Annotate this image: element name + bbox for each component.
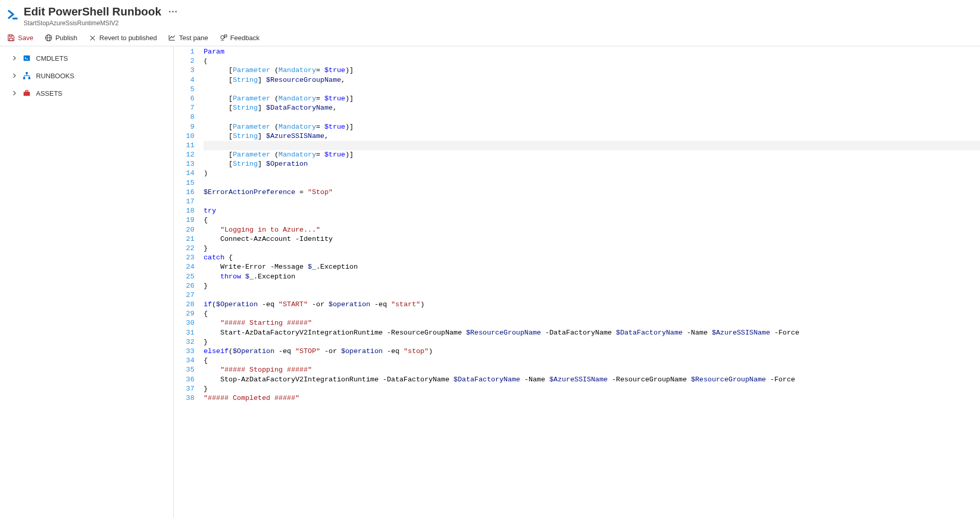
chevron-right-icon bbox=[11, 73, 17, 79]
code-line[interactable] bbox=[204, 141, 980, 150]
code-line[interactable]: [Parameter (Mandatory= $true)] bbox=[204, 66, 980, 75]
page-title: Edit PowerShell Runbook ··· bbox=[24, 5, 178, 19]
svg-rect-11 bbox=[26, 72, 28, 74]
assets-icon bbox=[23, 89, 31, 97]
more-icon[interactable]: ··· bbox=[169, 7, 178, 17]
code-line[interactable]: "##### Completed #####" bbox=[204, 394, 980, 403]
code-editor[interactable]: 1234567891011121314151617181920212223242… bbox=[174, 46, 980, 518]
code-line[interactable]: [String] $Operation bbox=[204, 160, 980, 169]
svg-rect-9 bbox=[24, 56, 30, 61]
code-line[interactable] bbox=[204, 197, 980, 206]
code-line[interactable]: { bbox=[204, 309, 980, 319]
svg-rect-19 bbox=[25, 91, 28, 92]
close-icon bbox=[88, 34, 96, 42]
svg-rect-12 bbox=[23, 77, 25, 79]
page-title-text: Edit PowerShell Runbook bbox=[24, 5, 161, 19]
feedback-button[interactable]: Feedback bbox=[220, 34, 260, 42]
svg-rect-18 bbox=[24, 92, 30, 96]
revert-label: Revert to published bbox=[99, 34, 157, 42]
code-line[interactable]: catch { bbox=[204, 253, 980, 262]
cmdlets-icon bbox=[23, 54, 31, 62]
code-line[interactable]: [String] $DataFactoryName, bbox=[204, 103, 980, 113]
code-line[interactable]: "Logging in to Azure..." bbox=[204, 225, 980, 235]
publish-label: Publish bbox=[56, 34, 78, 42]
code-line[interactable] bbox=[204, 291, 980, 300]
svg-point-8 bbox=[221, 36, 224, 39]
code-line[interactable]: [String] $AzureSSISName, bbox=[204, 132, 980, 141]
code-area[interactable]: Param( [Parameter (Mandatory= $true)] [S… bbox=[204, 47, 980, 518]
page-subtitle: StartStopAzureSsisRuntimeMSIV2 bbox=[24, 20, 178, 27]
code-line[interactable]: [Parameter (Mandatory= $true)] bbox=[204, 122, 980, 132]
code-line[interactable]: Write-Error -Message $_.Exception bbox=[204, 262, 980, 272]
save-button[interactable]: Save bbox=[7, 34, 33, 42]
code-line[interactable]: ) bbox=[204, 169, 980, 178]
sidebar: CMDLETS RUNBOOKS bbox=[0, 46, 174, 518]
code-line[interactable]: "##### Starting #####" bbox=[204, 319, 980, 328]
test-pane-button[interactable]: Test pane bbox=[168, 34, 208, 42]
main-area: CMDLETS RUNBOOKS bbox=[0, 46, 980, 518]
code-line[interactable] bbox=[204, 113, 980, 122]
code-line[interactable]: "##### Stopping #####" bbox=[204, 365, 980, 375]
code-line[interactable]: try bbox=[204, 206, 980, 216]
feedback-label: Feedback bbox=[230, 34, 260, 42]
test-pane-label: Test pane bbox=[179, 34, 208, 42]
svg-rect-1 bbox=[10, 35, 12, 37]
code-line[interactable]: throw $_.Exception bbox=[204, 272, 980, 282]
revert-button[interactable]: Revert to published bbox=[88, 34, 157, 42]
code-line[interactable]: { bbox=[204, 216, 980, 225]
code-line[interactable]: [Parameter (Mandatory= $true)] bbox=[204, 150, 980, 160]
code-line[interactable]: $ErrorActionPreference = "Stop" bbox=[204, 188, 980, 197]
code-line[interactable]: Start-AzDataFactoryV2IntegrationRuntime … bbox=[204, 328, 980, 338]
svg-rect-2 bbox=[9, 38, 13, 41]
save-icon bbox=[7, 34, 15, 42]
line-gutter: 1234567891011121314151617181920212223242… bbox=[174, 47, 204, 518]
sidebar-item-assets[interactable]: ASSETS bbox=[0, 84, 173, 102]
runbooks-icon bbox=[23, 72, 31, 80]
code-line[interactable] bbox=[204, 85, 980, 94]
sidebar-item-label: RUNBOOKS bbox=[36, 72, 74, 80]
sidebar-item-label: ASSETS bbox=[36, 90, 62, 97]
sidebar-item-runbooks[interactable]: RUNBOOKS bbox=[0, 67, 173, 84]
powershell-icon bbox=[5, 7, 20, 22]
publish-button[interactable]: Publish bbox=[45, 34, 78, 42]
chart-icon bbox=[168, 34, 176, 42]
chevron-right-icon bbox=[11, 55, 17, 61]
code-line[interactable]: if($Operation -eq "START" -or $operation… bbox=[204, 300, 980, 309]
code-line[interactable]: } bbox=[204, 338, 980, 347]
code-line[interactable]: } bbox=[204, 244, 980, 253]
toolbar: Save Publish Revert to published bbox=[0, 30, 980, 46]
code-line[interactable]: Stop-AzDataFactoryV2IntegrationRuntime -… bbox=[204, 375, 980, 384]
code-line[interactable]: ( bbox=[204, 57, 980, 66]
page-header: Edit PowerShell Runbook ··· StartStopAzu… bbox=[0, 0, 980, 30]
code-line[interactable]: } bbox=[204, 384, 980, 394]
sidebar-item-cmdlets[interactable]: CMDLETS bbox=[0, 49, 173, 67]
save-label: Save bbox=[18, 34, 33, 42]
chevron-right-icon bbox=[11, 90, 17, 96]
code-line[interactable] bbox=[204, 179, 980, 188]
code-line[interactable]: Connect-AzAccount -Identity bbox=[204, 235, 980, 244]
feedback-icon bbox=[220, 34, 227, 42]
globe-icon bbox=[45, 34, 52, 42]
code-line[interactable]: elseif($Operation -eq "STOP" -or $operat… bbox=[204, 347, 980, 356]
svg-rect-13 bbox=[28, 77, 30, 79]
sidebar-item-label: CMDLETS bbox=[36, 55, 68, 62]
code-line[interactable]: [Parameter (Mandatory= $true)] bbox=[204, 94, 980, 103]
code-line[interactable]: } bbox=[204, 282, 980, 291]
code-line[interactable]: [String] $ResourceGroupName, bbox=[204, 76, 980, 85]
code-line[interactable]: { bbox=[204, 356, 980, 365]
code-line[interactable]: Param bbox=[204, 47, 980, 57]
